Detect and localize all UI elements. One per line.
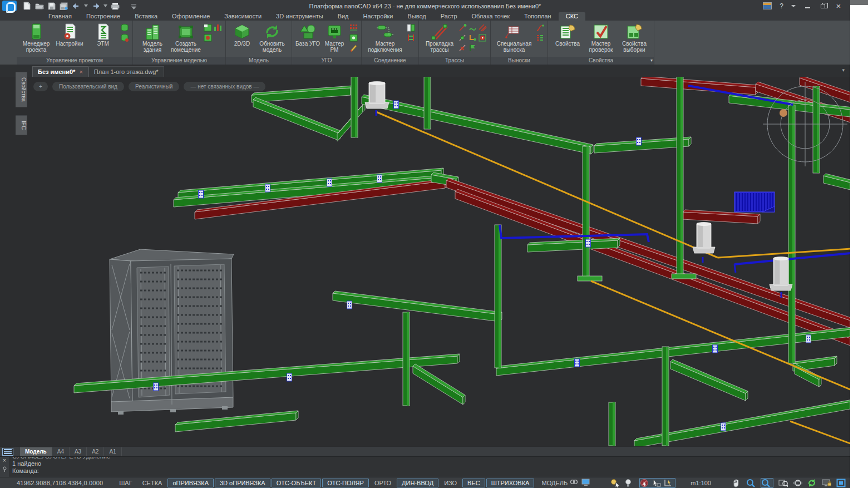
tray-post[interactable] <box>792 105 795 363</box>
tray-clip[interactable] <box>586 239 591 247</box>
tray-clip[interactable] <box>722 425 723 426</box>
building-model-button[interactable]: Модель здания <box>136 22 169 53</box>
tray-clip[interactable] <box>713 345 718 353</box>
toggle-otrack-object[interactable]: ОТС-ОБЪЕКТ <box>272 479 321 487</box>
tray-post[interactable] <box>666 347 668 446</box>
tray-clip[interactable] <box>328 180 329 181</box>
cable-tray[interactable] <box>253 97 341 133</box>
tray-clip[interactable] <box>807 339 808 341</box>
undo-dropdown-icon[interactable] <box>83 2 88 11</box>
tray-clip[interactable] <box>724 427 725 428</box>
space-indicator[interactable]: МОДЕЛЬ <box>542 480 568 486</box>
tray-clip[interactable] <box>348 305 349 307</box>
update-model-button[interactable]: Обновить модель <box>256 22 288 53</box>
tray-clip[interactable] <box>809 337 810 338</box>
tray-clip[interactable] <box>199 190 204 198</box>
ugo-base-button[interactable]: База УГО <box>295 22 320 47</box>
tray-clip[interactable] <box>397 102 398 103</box>
tray-clip[interactable] <box>350 303 351 304</box>
close-button[interactable]: × <box>835 3 842 9</box>
tab-topoplan[interactable]: Топоплан <box>517 12 559 21</box>
tray-clip[interactable] <box>348 303 349 304</box>
tray-clip[interactable] <box>268 189 269 190</box>
tray-clip[interactable] <box>287 373 292 381</box>
leader-splice-icon[interactable] <box>535 23 544 32</box>
undo-icon[interactable] <box>71 2 81 11</box>
3d-scene[interactable] <box>0 77 850 446</box>
tray-clip[interactable] <box>268 186 269 187</box>
command-line[interactable]: × СУСНАЗЕУСУСТЕРЕТЬ Удаление 1 найдено К… <box>0 456 850 477</box>
room-contour-icon[interactable] <box>203 23 212 32</box>
tray-clip[interactable] <box>394 105 396 106</box>
settings-button[interactable]: Настройки <box>53 22 86 47</box>
lightbulb-icon[interactable] <box>625 479 634 487</box>
toggle-grid[interactable]: СЕТКА <box>138 479 167 487</box>
tray-post[interactable] <box>586 146 589 278</box>
tray-clip[interactable] <box>290 378 291 379</box>
special-leader-button[interactable]: Специальная выноска <box>494 22 534 53</box>
route-point-icon[interactable] <box>458 23 467 32</box>
tray-post[interactable] <box>499 225 501 368</box>
viewport-monitor-icon[interactable] <box>581 479 591 487</box>
tray-clip[interactable] <box>380 179 381 180</box>
cable-tray[interactable] <box>670 362 746 401</box>
orbit-pivot-dot[interactable] <box>780 109 787 117</box>
tray-clip[interactable] <box>639 139 640 140</box>
tray-clip[interactable] <box>713 349 714 351</box>
toggle-iso[interactable]: ИЗО <box>440 479 461 487</box>
cable-tray[interactable] <box>670 359 748 393</box>
tray-clip[interactable] <box>288 378 289 379</box>
tray-clip[interactable] <box>575 359 580 367</box>
save-icon[interactable] <box>47 2 56 11</box>
db-import-icon[interactable] <box>120 33 129 42</box>
dynamic-ucs-icon[interactable] <box>663 479 675 487</box>
route-delete-icon[interactable] <box>458 43 467 52</box>
cable-blue[interactable] <box>734 264 736 273</box>
tab-vyvod[interactable]: Вывод <box>400 12 433 21</box>
new-document-icon[interactable] <box>22 2 32 11</box>
layout-tab-a4[interactable]: A4 <box>52 447 70 456</box>
project-manager-button[interactable]: Менеджер проекта <box>20 22 52 53</box>
tab-zavisimosti[interactable]: Зависимости <box>217 12 269 21</box>
tray-clip[interactable] <box>809 339 810 341</box>
command-close-icon[interactable]: × <box>3 459 6 463</box>
tray-clip[interactable] <box>721 423 726 431</box>
patch-panel-icon[interactable] <box>406 33 415 42</box>
create-room-button[interactable]: Создать помещение <box>170 22 202 53</box>
db-export-icon[interactable] <box>120 23 129 32</box>
tray-clip[interactable] <box>724 425 725 426</box>
layouts-list-icon[interactable] <box>2 448 13 456</box>
annotation-scale[interactable]: m1:100 <box>691 480 711 486</box>
route-play-icon[interactable] <box>478 33 487 42</box>
tab-nastroyki[interactable]: Настройки <box>356 12 401 21</box>
tray-clip[interactable] <box>154 383 159 391</box>
tray-clip[interactable] <box>266 186 267 187</box>
cable-tray[interactable] <box>413 364 465 397</box>
tray-clip[interactable] <box>578 361 579 362</box>
route-flag-icon[interactable] <box>468 43 477 52</box>
toggle-3d-osnap[interactable]: 3D оПРИВЯЗКА <box>215 479 270 487</box>
fullscreen-icon[interactable] <box>836 479 846 487</box>
tray-clip[interactable] <box>716 347 717 348</box>
tray-post[interactable] <box>355 77 357 137</box>
route-hatch-icon[interactable] <box>478 23 487 32</box>
tray-clip[interactable] <box>639 142 640 143</box>
redo-dropdown-icon[interactable] <box>103 2 107 11</box>
tray-clip[interactable] <box>199 195 200 196</box>
add-view-pill[interactable]: + <box>33 82 48 91</box>
doc-tab-plan-etazha[interactable]: План 1-ого этажа.dwg* <box>88 66 164 77</box>
toggle-hatch[interactable]: ШТРИХОВКА <box>486 479 535 487</box>
cable-orange[interactable] <box>718 249 850 258</box>
service-column-top[interactable] <box>697 223 711 226</box>
service-column-top[interactable] <box>369 82 385 85</box>
tray-clip[interactable] <box>201 195 203 196</box>
service-column-shade[interactable] <box>775 259 780 284</box>
cable-tray[interactable] <box>413 366 463 405</box>
tray-clip[interactable] <box>806 335 811 343</box>
app-logo-icon[interactable] <box>2 1 17 11</box>
layout-tab-a1[interactable]: A1 <box>104 447 121 456</box>
command-pin-icon[interactable] <box>2 466 7 472</box>
tray-clip[interactable] <box>716 349 717 351</box>
help-button[interactable]: ? <box>780 2 783 10</box>
doc-tab-close-icon[interactable]: × <box>79 68 82 75</box>
